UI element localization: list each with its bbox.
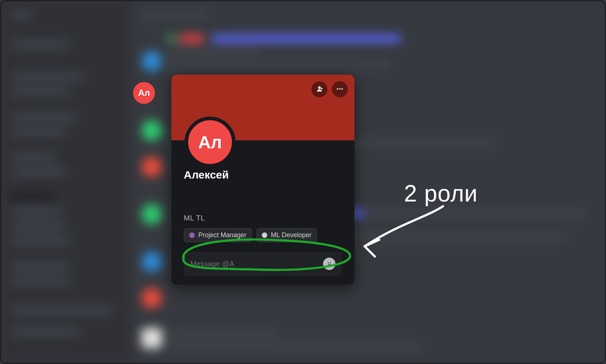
add-friend-button[interactable] <box>311 81 327 97</box>
annotation-label: 2 роли <box>404 180 478 207</box>
add-friend-icon <box>315 85 323 94</box>
profile-username: Алексей <box>184 169 342 181</box>
more-icon <box>336 85 344 94</box>
emoji-picker-button[interactable] <box>323 258 335 270</box>
svg-point-0 <box>337 88 338 89</box>
message-author-avatar[interactable]: Ал <box>133 82 155 104</box>
avatar-initials: Ал <box>138 88 150 98</box>
role-name: ML Developer <box>271 231 311 239</box>
svg-point-2 <box>341 88 343 89</box>
role-chip[interactable]: Project Manager <box>184 228 252 242</box>
svg-point-4 <box>328 262 329 263</box>
profile-avatar[interactable]: Ал <box>184 117 236 168</box>
more-options-button[interactable] <box>332 81 348 97</box>
svg-point-3 <box>326 260 333 266</box>
avatar-initials-large: Ал <box>198 132 222 152</box>
message-input-container <box>184 252 342 276</box>
role-chip[interactable]: ML Developer <box>256 228 317 242</box>
profile-roles: Project ManagerML Developer <box>184 228 342 242</box>
svg-point-5 <box>330 262 331 263</box>
role-color-dot <box>189 232 195 238</box>
svg-point-1 <box>339 88 341 89</box>
user-profile-popout: Ал Алексей ML TL Project ManagerML Devel… <box>171 75 354 285</box>
smile-icon <box>326 260 333 268</box>
role-name: Project Manager <box>198 231 246 239</box>
message-input[interactable] <box>190 260 323 268</box>
role-color-dot <box>262 232 267 238</box>
profile-note-label: ML TL <box>184 214 342 222</box>
